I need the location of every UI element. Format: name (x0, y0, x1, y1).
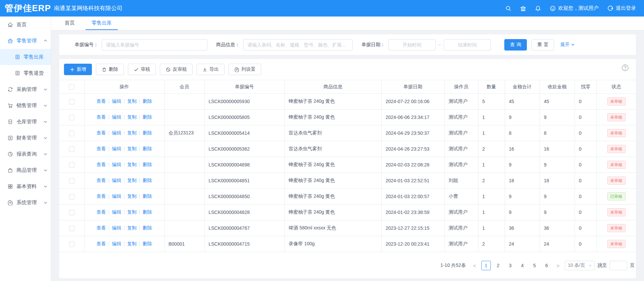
delete-link[interactable]: 删除 (142, 130, 152, 135)
copy-link[interactable]: 复制 (127, 162, 137, 167)
bill-no-input[interactable] (102, 39, 207, 51)
next-page-button[interactable]: > (554, 263, 562, 269)
row-checkbox[interactable] (69, 226, 74, 231)
sidebar-item-warehouse[interactable]: 仓库管理 (0, 114, 51, 130)
sidebar-item-system[interactable]: 系统管理 (0, 194, 51, 211)
copy-link[interactable]: 复制 (127, 130, 137, 135)
sidebar-item-sales[interactable]: 销售管理 (0, 97, 51, 114)
edit-link[interactable]: 编辑 (112, 178, 121, 183)
column-settings-button[interactable]: 列设置 (229, 64, 261, 75)
sidebar-item-report[interactable]: 报表查询 (0, 146, 51, 162)
view-link[interactable]: 查看 (97, 146, 106, 151)
copy-link[interactable]: 复制 (127, 225, 137, 230)
date-end-input[interactable] (444, 39, 491, 51)
search-icon[interactable] (505, 5, 511, 11)
tab-home[interactable]: 首页 (59, 17, 81, 30)
expand-link[interactable]: 展开 (560, 42, 575, 48)
delete-link[interactable]: 删除 (142, 114, 152, 120)
row-checkbox[interactable] (69, 194, 74, 199)
delete-link[interactable]: 删除 (142, 98, 152, 104)
sidebar-item-home[interactable]: 首页 (0, 17, 51, 33)
delete-button[interactable]: 删除 (96, 64, 124, 75)
row-checkbox[interactable] (69, 99, 74, 104)
add-button[interactable]: 新增 (64, 64, 92, 75)
chevron-down-icon (43, 136, 47, 140)
edit-link[interactable]: 编辑 (112, 162, 121, 167)
view-link[interactable]: 查看 (97, 225, 106, 230)
change-cell: 0 (575, 236, 597, 252)
delete-link[interactable]: 删除 (142, 225, 152, 230)
row-checkbox[interactable] (69, 131, 74, 136)
status-badge: 未审核 (607, 224, 625, 232)
copy-link[interactable]: 复制 (127, 114, 137, 120)
edit-link[interactable]: 编辑 (112, 225, 121, 230)
sidebar-item-retail-return[interactable]: 零售退货 (0, 65, 51, 81)
delete-link[interactable]: 删除 (142, 241, 152, 246)
edit-link[interactable]: 编辑 (112, 98, 121, 104)
copy-link[interactable]: 复制 (127, 241, 137, 246)
edit-link[interactable]: 编辑 (112, 193, 121, 199)
export-button[interactable]: 导出 (197, 64, 225, 75)
delete-link[interactable]: 删除 (142, 146, 152, 151)
reset-button[interactable]: 重置 (532, 39, 554, 51)
page-button-5[interactable]: 5 (530, 261, 539, 270)
page-button-4[interactable]: 4 (518, 261, 527, 270)
copy-link[interactable]: 复制 (127, 146, 137, 151)
sidebar-item-retail[interactable]: 零售管理 (0, 33, 51, 49)
view-link[interactable]: 查看 (97, 193, 106, 199)
view-link[interactable]: 查看 (97, 178, 106, 183)
unaudit-button[interactable]: 反审核 (160, 64, 193, 75)
prev-page-button[interactable]: < (471, 263, 479, 269)
delete-link[interactable]: 删除 (142, 178, 152, 183)
sidebar-item-basedata[interactable]: 基本资料 (0, 178, 51, 194)
bell-icon[interactable] (535, 5, 541, 11)
edit-link[interactable]: 编辑 (112, 209, 121, 215)
view-link[interactable]: 查看 (97, 130, 106, 135)
help-icon[interactable] (621, 64, 629, 72)
delete-link[interactable]: 删除 (142, 193, 152, 199)
row-checkbox[interactable] (69, 115, 74, 120)
edit-link[interactable]: 编辑 (112, 146, 121, 151)
sidebar-item-retail-out[interactable]: 零售出库 (0, 49, 51, 65)
audit-button[interactable]: 审核 (128, 64, 156, 75)
copy-link[interactable]: 复制 (127, 193, 137, 199)
row-checkbox[interactable] (69, 162, 74, 168)
view-link[interactable]: 查看 (97, 114, 106, 120)
edit-link[interactable]: 编辑 (112, 241, 121, 246)
row-checkbox[interactable] (69, 147, 74, 152)
copy-link[interactable]: 复制 (127, 178, 137, 183)
page-button-6[interactable]: 6 (542, 261, 551, 270)
select-all-checkbox[interactable] (69, 84, 74, 90)
bank-icon[interactable] (520, 5, 526, 11)
copy-link[interactable]: 复制 (127, 209, 137, 215)
table-row: 查看|编辑|复制|删除LSCK00000005930蜂蜜柚子茶 240g 黄色2… (59, 94, 636, 110)
column-header: 数量 (478, 80, 505, 94)
search-button[interactable]: 查询 (504, 39, 527, 51)
jump-page-input[interactable] (610, 261, 627, 270)
delete-link[interactable]: 删除 (142, 209, 152, 215)
sidebar-item-purchase[interactable]: 采购管理 (0, 81, 51, 97)
view-link[interactable]: 查看 (97, 241, 106, 246)
edit-link[interactable]: 编辑 (112, 114, 121, 120)
sidebar-item-finance[interactable]: 财务管理 (0, 130, 51, 146)
tab-retail-out[interactable]: 零售出库 (86, 17, 118, 30)
view-link[interactable]: 查看 (97, 98, 106, 104)
page-button-3[interactable]: 3 (506, 261, 515, 270)
operator-cell: 测试用户 (444, 157, 478, 173)
page-button-2[interactable]: 2 (494, 261, 503, 270)
logout-button[interactable]: 退出登录 (607, 5, 636, 11)
row-checkbox[interactable] (69, 178, 74, 184)
sidebar-item-product[interactable]: 商品管理 (0, 162, 51, 178)
edit-link[interactable]: 编辑 (112, 130, 121, 135)
view-link[interactable]: 查看 (97, 162, 106, 167)
page-size-select[interactable]: 10 条/页 (565, 261, 595, 270)
row-checkbox[interactable] (69, 210, 74, 215)
product-info-input[interactable] (243, 39, 353, 51)
delete-link[interactable]: 删除 (142, 162, 152, 167)
view-link[interactable]: 查看 (97, 209, 106, 215)
copy-link[interactable]: 复制 (127, 98, 137, 104)
date-start-input[interactable] (388, 39, 436, 51)
welcome-user[interactable]: 欢迎您，测试用户 (550, 5, 599, 11)
page-button-1[interactable]: 1 (481, 261, 491, 270)
row-checkbox[interactable] (69, 242, 74, 247)
